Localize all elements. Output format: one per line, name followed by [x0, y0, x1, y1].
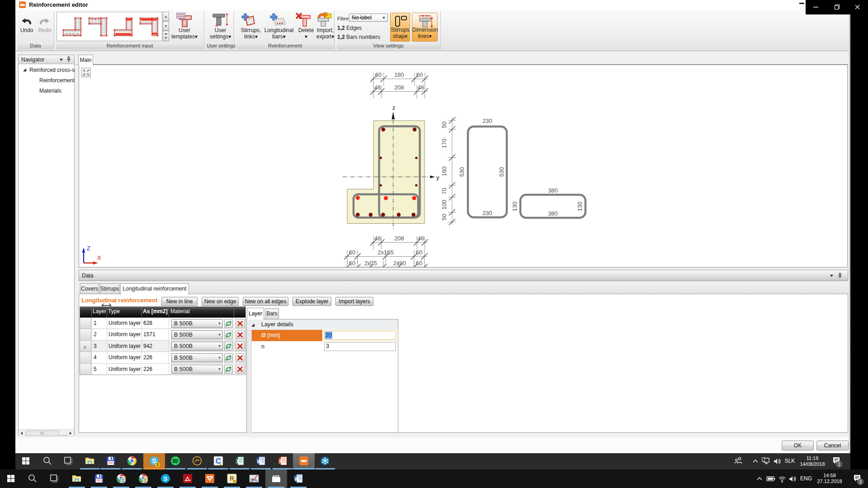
svg-text:46: 46: [418, 235, 424, 242]
svg-text:530: 530: [458, 167, 465, 177]
svg-text:60: 60: [416, 71, 423, 78]
svg-text:60: 60: [416, 260, 422, 267]
svg-text:2x75: 2x75: [364, 260, 377, 267]
svg-text:z: z: [392, 104, 396, 111]
svg-text:46: 46: [374, 84, 381, 91]
svg-text:230: 230: [482, 117, 492, 124]
svg-text:y: y: [436, 174, 439, 181]
svg-text:50: 50: [441, 122, 448, 128]
svg-text:380: 380: [548, 210, 558, 217]
svg-text:W: W: [257, 459, 262, 464]
svg-text:W: W: [294, 476, 299, 482]
svg-text:170: 170: [441, 139, 448, 149]
svg-text:X: X: [97, 254, 101, 261]
svg-text:2x165: 2x165: [377, 249, 393, 256]
svg-text:530: 530: [498, 167, 505, 177]
svg-text:S: S: [164, 475, 168, 482]
svg-text:46: 46: [374, 235, 381, 242]
svg-text:70: 70: [441, 188, 448, 194]
svg-text:P: P: [279, 459, 283, 464]
svg-text:180: 180: [394, 71, 404, 78]
svg-text:Z: Z: [87, 245, 90, 252]
svg-text:130: 130: [576, 202, 583, 211]
svg-text:60: 60: [416, 249, 422, 256]
svg-text:46: 46: [418, 84, 424, 91]
svg-text:60: 60: [349, 260, 355, 267]
svg-text:160: 160: [441, 167, 448, 177]
svg-text:130: 130: [511, 202, 518, 211]
svg-text:60: 60: [349, 249, 355, 256]
svg-text:2x90: 2x90: [393, 260, 406, 267]
svg-text:60: 60: [375, 71, 382, 78]
svg-text:380: 380: [548, 187, 558, 194]
svg-text:208: 208: [394, 235, 404, 242]
svg-text:230: 230: [482, 210, 492, 216]
svg-text:50: 50: [441, 214, 448, 220]
svg-text:X: X: [236, 459, 240, 464]
svg-text:208: 208: [394, 84, 404, 91]
svg-text:100: 100: [441, 200, 448, 210]
